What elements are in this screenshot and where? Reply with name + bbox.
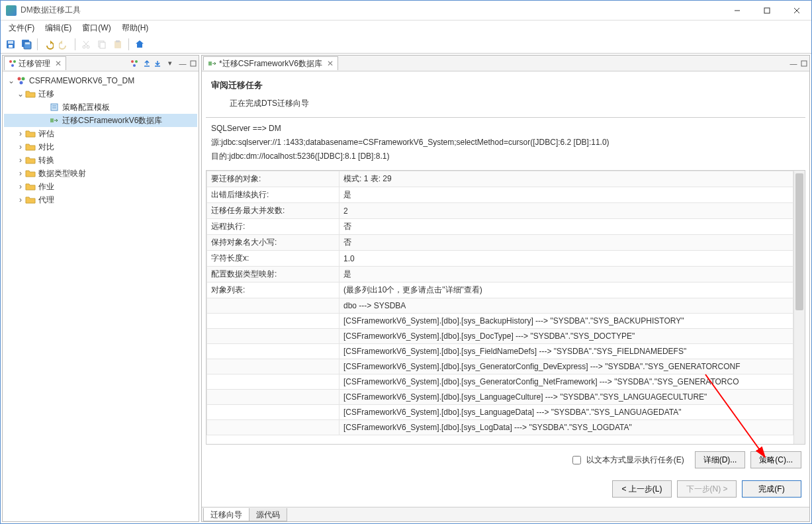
svg-point-23 <box>133 64 136 67</box>
view-menu-icon[interactable]: ▾ <box>165 58 175 69</box>
tab-wizard[interactable]: 迁移向导 <box>203 508 249 521</box>
tree-root[interactable]: ⌄ CSFRAMEWORKV6_TO_DM <box>4 74 197 87</box>
folder-icon <box>25 155 36 165</box>
grid-key: 对象列表: <box>207 283 339 298</box>
grid-key <box>207 420 339 435</box>
grid-key: 保持对象名大小写: <box>207 235 339 251</box>
collapse-toggle-icon[interactable]: ⌄ <box>7 76 16 85</box>
folder-icon <box>25 168 36 179</box>
migrate-icon <box>208 59 217 68</box>
svg-rect-5 <box>8 41 13 44</box>
export-icon[interactable] <box>152 58 163 69</box>
restore-panel-icon[interactable] <box>188 58 199 69</box>
table-row: 迁移任务最大并发数:2 <box>207 203 793 219</box>
import-icon[interactable] <box>142 58 152 69</box>
left-panel-tabs: 迁移管理 ✕ ▾ — <box>3 56 199 71</box>
collapse-toggle-icon[interactable]: ⌄ <box>16 89 25 99</box>
minimize-editor-icon[interactable]: — <box>788 58 799 69</box>
table-row: 对象列表:(最多列出10个，更多请点击"详细"查看) <box>207 283 793 298</box>
grid-value: 否 <box>339 235 793 251</box>
window-title: DM数据迁移工具 <box>21 5 722 16</box>
menu-file[interactable]: 文件(F) <box>3 21 40 35</box>
left-panel-icon-dots[interactable] <box>130 59 139 68</box>
migration-tree[interactable]: ⌄ CSFRAMEWORKV6_TO_DM ⌄ 迁移 策略配置模板 <box>3 71 199 521</box>
expand-toggle-icon[interactable]: › <box>16 155 25 165</box>
expand-toggle-icon[interactable]: › <box>16 129 25 138</box>
expand-toggle-icon[interactable]: › <box>16 142 25 152</box>
svg-rect-24 <box>191 61 196 66</box>
table-row: [CSFrameworkV6_System].[dbo].[sys_FieldN… <box>207 344 793 359</box>
tree-compare[interactable]: › 对比 <box>4 140 197 153</box>
grid-key: 远程执行: <box>207 219 339 235</box>
tree-root-label: CSFRAMEWORKV6_TO_DM <box>29 76 134 85</box>
menu-help[interactable]: 帮助(H) <box>116 21 154 35</box>
right-panel-tabs: *迁移CSFrameworkV6数据库 ✕ — <box>202 56 809 71</box>
info-line-direction: SQLServer ==> DM <box>211 122 800 136</box>
right-tab-label: *迁移CSFrameworkV6数据库 <box>219 58 322 69</box>
vertical-scrollbar[interactable] <box>793 171 805 444</box>
next-button[interactable]: 下一步(N) > <box>677 480 737 498</box>
left-tab-close-icon[interactable]: ✕ <box>55 59 62 68</box>
tree-transform[interactable]: › 转换 <box>4 153 197 167</box>
tab-migration-management[interactable]: 迁移管理 ✕ <box>4 56 66 70</box>
home-icon[interactable] <box>132 37 147 52</box>
save-icon[interactable] <box>3 37 18 52</box>
tree-type-mapping[interactable]: › 数据类型映射 <box>4 167 197 180</box>
grid-value: [CSFrameworkV6_System].[dbo].[sys_FieldN… <box>339 344 793 359</box>
cut-icon[interactable] <box>79 37 93 52</box>
tree-agent[interactable]: › 代理 <box>4 193 197 206</box>
svg-rect-1 <box>764 8 770 13</box>
tree-policy-template[interactable]: 策略配置模板 <box>4 101 197 114</box>
svg-rect-9 <box>25 42 30 44</box>
show-text-exec-checkbox[interactable] <box>572 456 581 464</box>
redo-icon[interactable] <box>57 37 71 52</box>
svg-point-25 <box>18 77 21 81</box>
svg-rect-6 <box>9 45 13 48</box>
expand-toggle-icon[interactable]: › <box>16 195 25 204</box>
grid-key <box>207 344 339 359</box>
save-all-icon[interactable] <box>19 37 34 52</box>
minimize-button[interactable] <box>722 1 752 20</box>
strategy-button[interactable]: 策略(C)... <box>750 451 801 468</box>
minimize-panel-icon[interactable]: — <box>177 58 188 69</box>
template-icon <box>49 102 60 112</box>
grid-value: [CSFrameworkV6_System].[dbo].[sys_Langua… <box>339 405 793 420</box>
grid-value: 2 <box>339 203 793 219</box>
tab-migrate-db[interactable]: *迁移CSFrameworkV6数据库 ✕ <box>203 56 338 70</box>
finish-button[interactable]: 完成(F) <box>742 480 801 498</box>
grid-value: [CSFrameworkV6_System].[dbo].[sys_DocTyp… <box>339 329 793 344</box>
close-button[interactable] <box>782 1 811 20</box>
paste-icon[interactable] <box>111 37 125 52</box>
tree-job[interactable]: › 作业 <box>4 180 197 193</box>
tree-assess[interactable]: › 评估 <box>4 127 197 140</box>
expand-toggle-icon[interactable]: › <box>16 182 25 191</box>
svg-point-26 <box>22 77 25 81</box>
right-tab-close-icon[interactable]: ✕ <box>327 59 334 68</box>
maximize-editor-icon[interactable] <box>799 58 809 69</box>
grid-key: 要迁移的对象: <box>207 171 339 187</box>
prev-button[interactable]: < 上一步(L) <box>612 480 672 498</box>
svg-rect-17 <box>116 40 120 42</box>
maximize-button[interactable] <box>752 1 782 20</box>
tab-source-code[interactable]: 源代码 <box>249 508 287 521</box>
table-row: [CSFrameworkV6_System].[dbo].[sys_DocTyp… <box>207 329 793 344</box>
menu-window[interactable]: 窗口(W) <box>77 21 116 35</box>
tree-assess-label: 评估 <box>38 128 54 140</box>
svg-point-18 <box>9 60 12 63</box>
menu-edit[interactable]: 编辑(E) <box>40 21 77 35</box>
undo-icon[interactable] <box>41 37 56 52</box>
table-row: 保持对象名大小写:否 <box>207 235 793 251</box>
table-row: [CSFrameworkV6_System].[dbo].[sys_Langua… <box>207 405 793 420</box>
detail-button[interactable]: 详细(D)... <box>695 451 746 468</box>
app-icon <box>6 5 17 16</box>
menu-bar: 文件(F) 编辑(E) 窗口(W) 帮助(H) <box>1 21 811 35</box>
expand-toggle-icon[interactable]: › <box>16 169 25 178</box>
tree-migrate-db[interactable]: 迁移CSFrameworkV6数据库 <box>4 114 197 127</box>
tree-job-label: 作业 <box>38 181 54 193</box>
grid-key <box>207 390 339 405</box>
grid-key <box>207 374 339 390</box>
migration-management-panel: 迁移管理 ✕ ▾ — ⌄ CSFRAMEWORKV6_TO_DM ⌄ <box>2 55 199 522</box>
grid-key: 出错后继续执行: <box>207 187 339 203</box>
tree-migration[interactable]: ⌄ 迁移 <box>4 87 197 101</box>
copy-icon[interactable] <box>95 37 109 52</box>
